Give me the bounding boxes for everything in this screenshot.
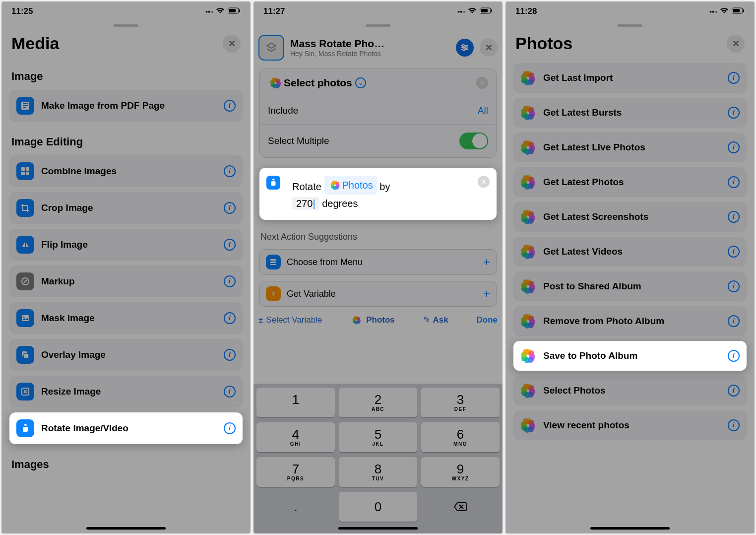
chevron-down-icon[interactable]: ⌄ bbox=[355, 77, 366, 88]
key-1[interactable]: 1 bbox=[256, 388, 335, 417]
action-get-latest-videos[interactable]: Get Latest Videos i bbox=[513, 237, 747, 267]
sheet-grabber[interactable] bbox=[114, 24, 138, 27]
mask-icon bbox=[16, 309, 34, 327]
info-button[interactable]: i bbox=[224, 386, 236, 398]
action-rotate-image-video[interactable]: Rotate Image/Video i bbox=[9, 412, 243, 444]
info-button[interactable]: i bbox=[728, 176, 740, 188]
svg-point-21 bbox=[23, 317, 25, 318]
info-button[interactable]: i bbox=[728, 141, 740, 153]
info-button[interactable]: i bbox=[728, 280, 740, 292]
keyboard-accessory-bar: ±Select Variable Photos ✎Ask Done bbox=[253, 310, 503, 330]
info-button[interactable]: i bbox=[728, 211, 740, 223]
resize-icon bbox=[16, 383, 34, 401]
action-get-latest-live-photos[interactable]: Get Latest Live Photos i bbox=[513, 133, 747, 162]
action-save-to-photo-album[interactable]: Save to Photo Album i bbox=[513, 341, 747, 371]
suggestion-choose-from-menu[interactable]: Choose from Menu + bbox=[259, 249, 497, 275]
info-button[interactable]: i bbox=[728, 72, 740, 84]
info-button[interactable]: i bbox=[728, 385, 740, 397]
info-button[interactable]: i bbox=[224, 349, 236, 361]
select-multiple-toggle[interactable] bbox=[459, 133, 488, 149]
screenshot-photos-list: 11:28 ▪▪▫ Photos ✕ Get Last Import i Get… bbox=[505, 1, 755, 534]
wifi-icon bbox=[216, 7, 225, 16]
action-get-latest-photos[interactable]: Get Latest Photos i bbox=[513, 167, 747, 197]
wifi-icon bbox=[720, 7, 729, 16]
svg-rect-16 bbox=[26, 167, 29, 171]
home-indicator[interactable] bbox=[590, 527, 670, 530]
info-button[interactable]: i bbox=[224, 100, 236, 112]
key-9[interactable]: 9WXYZ bbox=[421, 457, 500, 487]
key-0[interactable]: 0 bbox=[339, 492, 417, 522]
info-button[interactable]: i bbox=[224, 239, 236, 251]
done-button[interactable]: Done bbox=[476, 315, 498, 325]
key-3[interactable]: 3DEF bbox=[421, 388, 500, 417]
action-select-photos[interactable]: Select Photos i bbox=[513, 376, 747, 405]
action-get-last-import[interactable]: Get Last Import i bbox=[513, 63, 747, 93]
home-indicator[interactable] bbox=[338, 527, 418, 530]
svg-rect-14 bbox=[23, 107, 26, 108]
photos-app-icon bbox=[270, 77, 282, 89]
action-get-latest-bursts[interactable]: Get Latest Bursts i bbox=[513, 98, 747, 128]
action-post-to-shared-album[interactable]: Post to Shared Album i bbox=[513, 271, 747, 301]
status-time: 11:28 bbox=[515, 6, 537, 16]
add-suggestion-button[interactable]: + bbox=[483, 255, 490, 269]
info-button[interactable]: i bbox=[224, 422, 236, 434]
photos-app-icon bbox=[520, 139, 536, 155]
photos-app-icon bbox=[520, 209, 536, 225]
action-resize-image[interactable]: Resize Image i bbox=[9, 376, 243, 407]
info-button[interactable]: i bbox=[224, 165, 236, 177]
action-mask-image[interactable]: Mask Image i bbox=[9, 302, 243, 334]
action-overlay-image[interactable]: Overlay Image i bbox=[9, 339, 243, 371]
action-markup[interactable]: Markup i bbox=[9, 266, 243, 297]
shortcut-icon[interactable] bbox=[258, 35, 284, 61]
svg-rect-25 bbox=[23, 427, 28, 432]
close-button[interactable]: ✕ bbox=[223, 35, 241, 53]
photos-app-icon bbox=[520, 70, 536, 86]
key-5[interactable]: 5JKL bbox=[339, 422, 417, 452]
action-remove-from-photo-album[interactable]: Remove from Photo Album i bbox=[513, 306, 747, 336]
photos-variable-chip[interactable]: Photos bbox=[350, 315, 395, 325]
action-combine-images[interactable]: Combine Images i bbox=[9, 155, 243, 187]
ask-button[interactable]: ✎Ask bbox=[423, 315, 448, 325]
select-variable-button[interactable]: ±Select Variable bbox=[258, 315, 322, 325]
photos-app-icon bbox=[520, 313, 536, 329]
key-6[interactable]: 6MNO bbox=[421, 422, 500, 452]
degrees-input[interactable]: 270| bbox=[292, 197, 319, 210]
key-backspace[interactable] bbox=[421, 492, 500, 522]
info-button[interactable]: i bbox=[728, 350, 740, 362]
key-7[interactable]: 7PQRS bbox=[256, 457, 335, 487]
close-button[interactable]: ✕ bbox=[727, 35, 745, 53]
close-button[interactable]: ✕ bbox=[480, 39, 498, 57]
numeric-keyboard: 1 2ABC 3DEF 4GHI 5JKL 6MNO 7PQRS 8TUV 9W… bbox=[253, 384, 503, 534]
info-button[interactable]: i bbox=[728, 246, 740, 258]
action-get-latest-screenshots[interactable]: Get Latest Screenshots i bbox=[513, 202, 747, 232]
svg-rect-20 bbox=[22, 315, 29, 321]
info-button[interactable]: i bbox=[224, 275, 236, 287]
svg-point-29 bbox=[462, 45, 464, 47]
key-8[interactable]: 8TUV bbox=[339, 457, 417, 487]
remove-action-button[interactable]: ✕ bbox=[478, 176, 490, 188]
svg-rect-15 bbox=[21, 167, 25, 171]
action-flip-image[interactable]: Flip Image i bbox=[9, 229, 243, 261]
sheet-grabber[interactable] bbox=[366, 24, 390, 27]
info-button[interactable]: i bbox=[728, 419, 740, 431]
action-crop-image[interactable]: Crop Image i bbox=[9, 192, 243, 224]
info-button[interactable]: i bbox=[728, 107, 740, 119]
key-2[interactable]: 2ABC bbox=[339, 388, 417, 417]
info-button[interactable]: i bbox=[728, 315, 740, 327]
add-suggestion-button[interactable]: + bbox=[483, 287, 490, 301]
info-button[interactable]: i bbox=[224, 202, 236, 214]
svg-rect-18 bbox=[26, 172, 29, 175]
sheet-grabber[interactable] bbox=[618, 24, 642, 27]
action-view-recent-photos[interactable]: View recent photos i bbox=[513, 410, 747, 440]
settings-button[interactable] bbox=[456, 39, 474, 57]
key-4[interactable]: 4GHI bbox=[256, 422, 335, 452]
svg-rect-33 bbox=[270, 259, 276, 261]
suggestion-get-variable[interactable]: x Get Variable + bbox=[259, 281, 497, 307]
photos-variable-token[interactable]: Photos bbox=[324, 176, 377, 195]
info-button[interactable]: i bbox=[224, 312, 236, 324]
include-row[interactable]: Include All bbox=[260, 97, 496, 125]
key-dot[interactable]: . bbox=[256, 492, 335, 522]
remove-action-button[interactable]: ✕ bbox=[476, 77, 488, 89]
home-indicator[interactable] bbox=[86, 527, 166, 530]
action-make-image-from-pdf[interactable]: Make Image from PDF Page i bbox=[9, 90, 243, 122]
